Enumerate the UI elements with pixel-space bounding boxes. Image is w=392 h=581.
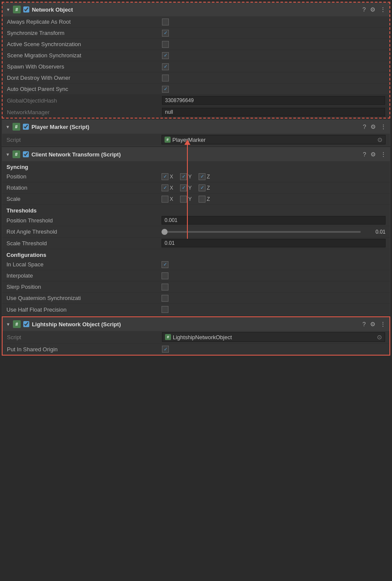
player-marker-enabled-checkbox[interactable]: [23, 124, 29, 130]
settings-icon-lno[interactable]: ⚙: [370, 321, 376, 328]
hash-icon-cnt: #: [12, 150, 20, 158]
active-scene-row: Active Scene Synchronization: [3, 39, 389, 50]
settings-icon-cnt[interactable]: ⚙: [370, 151, 376, 158]
cnt-header: ▼ # Client Network Transform (Script) ? …: [2, 147, 390, 161]
active-scene-checkbox[interactable]: [162, 41, 169, 48]
position-y-label: Y: [188, 174, 192, 180]
expand-arrow-lno[interactable]: ▼: [6, 322, 10, 327]
scale-x-label: X: [170, 196, 173, 202]
rotation-z-checkbox[interactable]: ✓: [199, 184, 205, 191]
rotation-row: Rotation ✓ X ✓ Y ✓ Z: [2, 182, 390, 194]
help-icon-lno[interactable]: ?: [362, 321, 366, 328]
help-icon-cnt[interactable]: ?: [363, 151, 366, 158]
put-in-shared-origin-checkbox[interactable]: ✓: [162, 346, 169, 353]
rot-angle-slider-value: 0.01: [364, 229, 386, 235]
sync-transform-label: Synchronize Transform: [7, 30, 162, 36]
scale-threshold-input[interactable]: [162, 239, 386, 247]
expand-arrow-pm[interactable]: ▼: [6, 125, 10, 129]
interpolate-checkbox[interactable]: [162, 272, 168, 279]
use-half-float-label: Use Half Float Precision: [6, 306, 162, 313]
network-object-enabled-checkbox[interactable]: [23, 6, 29, 12]
scale-label: Scale: [6, 196, 162, 202]
header-icons-pm: ? ⚙ ⋮: [363, 123, 386, 130]
script-name-lno: LightshipNetworkObject: [173, 334, 232, 340]
header-icons-lno: ? ⚙ ⋮: [362, 321, 386, 328]
rotation-y-checkbox[interactable]: ✓: [180, 184, 187, 191]
expand-arrow[interactable]: ▼: [6, 7, 10, 12]
scale-threshold-row: Scale Threshold: [2, 237, 390, 249]
network-manager-input[interactable]: [162, 108, 385, 116]
dont-destroy-checkbox[interactable]: [162, 75, 169, 81]
global-object-id-input[interactable]: [162, 96, 385, 105]
lno-script-value: # LightshipNetworkObject ⊙: [162, 332, 385, 342]
spawn-observers-checkbox[interactable]: ✓: [162, 63, 169, 70]
scale-z-checkbox[interactable]: [199, 196, 205, 203]
lno-enabled-checkbox[interactable]: [23, 321, 29, 327]
put-in-shared-origin-row: Put In Shared Origin ✓: [3, 344, 389, 355]
sync-transform-row: Synchronize Transform ✓: [3, 28, 389, 39]
scene-migration-checkbox[interactable]: ✓: [162, 52, 169, 59]
lno-script-label: Script: [7, 334, 162, 340]
position-z-checkbox[interactable]: ✓: [199, 173, 205, 180]
player-marker-script-row: Script # PlayerMarker ⊙: [2, 134, 390, 146]
scene-migration-row: Scene Migration Synchronizat ✓: [3, 50, 389, 61]
use-quaternion-checkbox[interactable]: [162, 295, 168, 302]
in-local-space-row: In Local Space ✓: [2, 259, 390, 270]
more-icon[interactable]: ⋮: [380, 6, 386, 13]
network-manager-value: [162, 108, 385, 116]
slerp-position-row: Slerp Position: [2, 281, 390, 293]
script-hash-lno: #: [165, 334, 171, 340]
position-y-checkbox[interactable]: ✓: [180, 173, 187, 180]
position-threshold-input[interactable]: [162, 216, 386, 225]
scale-row: Scale X Y Z: [2, 194, 390, 205]
expand-arrow-cnt[interactable]: ▼: [6, 152, 10, 157]
settings-icon[interactable]: ⚙: [370, 6, 376, 13]
rot-angle-slider[interactable]: [162, 231, 361, 233]
position-x-checkbox[interactable]: ✓: [162, 173, 168, 180]
circle-icon-pm[interactable]: ⊙: [377, 136, 383, 143]
script-ref-lno[interactable]: # LightshipNetworkObject ⊙: [162, 332, 385, 342]
always-replicate-row: Always Replicate As Root: [3, 16, 389, 28]
more-icon-lno[interactable]: ⋮: [380, 321, 386, 328]
rotation-x-checkbox[interactable]: ✓: [162, 184, 168, 191]
auto-parent-row: Auto Object Parent Sync ✓: [3, 84, 389, 95]
scale-threshold-label: Scale Threshold: [6, 240, 162, 247]
in-local-space-checkbox[interactable]: ✓: [162, 261, 168, 268]
position-xyz: ✓ X ✓ Y ✓ Z: [162, 173, 215, 180]
use-half-float-row: Use Half Float Precision: [2, 304, 390, 315]
rot-angle-threshold-label: Rot Angle Threshold: [6, 228, 162, 235]
more-icon-cnt[interactable]: ⋮: [380, 151, 386, 158]
scale-xyz: X Y Z: [162, 196, 215, 203]
position-z-item: ✓ Z: [199, 173, 210, 180]
help-icon[interactable]: ?: [362, 6, 366, 13]
circle-icon-lno[interactable]: ⊙: [377, 334, 382, 340]
scale-x-checkbox[interactable]: [162, 196, 168, 203]
player-marker-script-value: # PlayerMarker ⊙: [162, 135, 386, 144]
auto-parent-checkbox[interactable]: ✓: [162, 86, 169, 93]
dont-destroy-row: Dont Destroy With Owner: [3, 72, 389, 84]
inspector-panel: ▼ # Network Object ? ⚙ ⋮ Always Replicat…: [0, 0, 392, 358]
cnt-title: Client Network Transform (Script): [31, 151, 360, 158]
always-replicate-checkbox[interactable]: [162, 19, 169, 25]
scale-x-item: X: [162, 196, 173, 203]
cnt-enabled-checkbox[interactable]: [23, 151, 29, 157]
network-object-header: ▼ # Network Object ? ⚙ ⋮: [3, 3, 389, 16]
scale-y-checkbox[interactable]: [180, 196, 187, 203]
global-object-id-value: [162, 96, 385, 105]
position-z-label: Z: [207, 174, 210, 180]
script-ref-pm[interactable]: # PlayerMarker ⊙: [162, 135, 386, 144]
use-half-float-checkbox[interactable]: [162, 306, 168, 313]
use-quaternion-row: Use Quaternion Synchronizati: [2, 293, 390, 304]
rotation-x-label: X: [170, 185, 173, 191]
position-y-item: ✓ Y: [180, 173, 192, 180]
more-icon-pm[interactable]: ⋮: [380, 123, 386, 130]
help-icon-pm[interactable]: ?: [363, 123, 366, 130]
configurations-header: Configurations: [2, 249, 390, 259]
put-in-shared-origin-label: Put In Shared Origin: [7, 346, 162, 353]
script-hash-pm: #: [165, 137, 171, 143]
rotation-z-label: Z: [207, 185, 210, 191]
sync-transform-checkbox[interactable]: ✓: [162, 30, 169, 37]
slerp-position-checkbox[interactable]: [162, 284, 168, 290]
scale-z-item: Z: [199, 196, 210, 203]
settings-icon-pm[interactable]: ⚙: [370, 123, 376, 130]
